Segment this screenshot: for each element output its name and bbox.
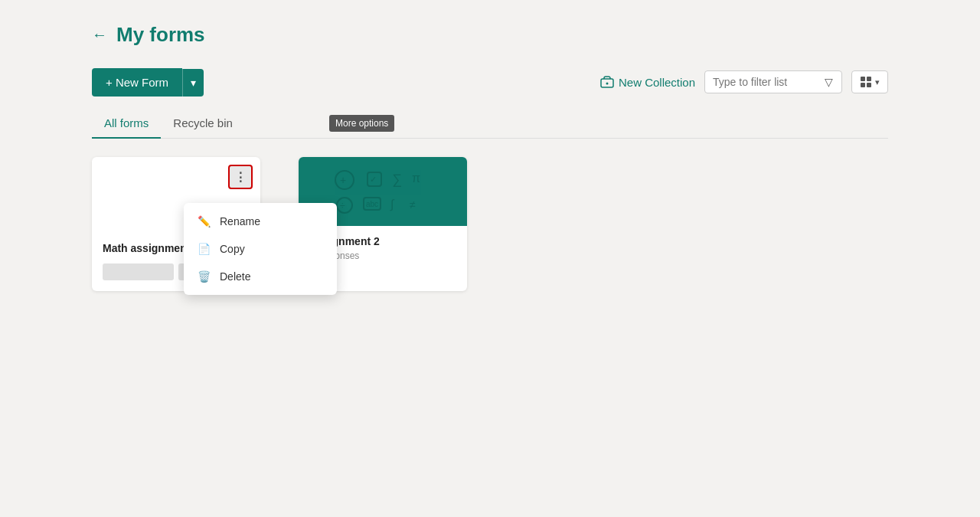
rename-label: Rename: [220, 215, 260, 227]
new-collection-button[interactable]: New Collection: [600, 75, 695, 89]
svg-text:+: +: [340, 174, 346, 186]
copy-icon: 📄: [198, 243, 211, 255]
page-header: ← My forms: [92, 23, 888, 47]
tabs-row: All forms Recycle bin More options: [92, 109, 888, 139]
dropdown-arrow-icon: ▾: [191, 77, 196, 89]
svg-text:∑: ∑: [392, 172, 402, 187]
collection-icon: [600, 75, 614, 89]
context-menu: ✏️ Rename 📄 Copy 🗑️ Delete: [184, 203, 337, 295]
svg-text:÷: ÷: [340, 201, 345, 211]
svg-point-1: [606, 83, 608, 85]
context-menu-copy[interactable]: 📄 Copy: [184, 235, 337, 263]
svg-text:✓: ✓: [370, 175, 377, 184]
page-title: My forms: [116, 23, 205, 47]
delete-icon: 🗑️: [198, 270, 211, 283]
top-actions: New Collection ▽ ▾: [92, 70, 888, 93]
svg-rect-3: [867, 77, 871, 81]
more-options-button[interactable]: ⋮: [228, 165, 253, 189]
filter-input[interactable]: [713, 76, 820, 88]
svg-text:∫: ∫: [390, 198, 395, 211]
tab-all-forms[interactable]: All forms: [92, 109, 161, 139]
more-options-tooltip: More options: [329, 115, 394, 132]
context-menu-delete[interactable]: 🗑️ Delete: [184, 263, 337, 290]
delete-label: Delete: [220, 270, 250, 283]
svg-rect-5: [867, 83, 871, 87]
back-button[interactable]: ←: [92, 26, 107, 44]
svg-text:π: π: [412, 172, 420, 185]
new-form-dropdown-button[interactable]: ▾: [182, 69, 204, 97]
svg-rect-4: [861, 83, 865, 87]
view-toggle-button[interactable]: ▾: [851, 70, 888, 93]
rename-icon: ✏️: [198, 215, 211, 227]
context-menu-rename[interactable]: ✏️ Rename: [184, 208, 337, 235]
form-thumbnail-icon: + ✓ ∑ π ÷ abc ∫ ≠: [322, 161, 444, 222]
svg-text:abc: abc: [366, 200, 378, 208]
cards-area: ⋮ Math assignments ✏️ Rename 📄 Copy 🗑️: [92, 157, 888, 291]
new-form-button[interactable]: + New Form: [92, 68, 182, 97]
filter-icon: ▽: [825, 76, 833, 88]
collection-sub-1: [103, 263, 174, 280]
svg-rect-2: [861, 77, 865, 81]
tab-recycle-bin[interactable]: Recycle bin: [161, 109, 245, 139]
grid-view-icon: [860, 76, 872, 88]
copy-label: Copy: [220, 243, 245, 255]
view-toggle-arrow: ▾: [875, 77, 880, 87]
svg-text:≠: ≠: [410, 198, 416, 211]
filter-input-wrap[interactable]: ▽: [704, 70, 842, 93]
